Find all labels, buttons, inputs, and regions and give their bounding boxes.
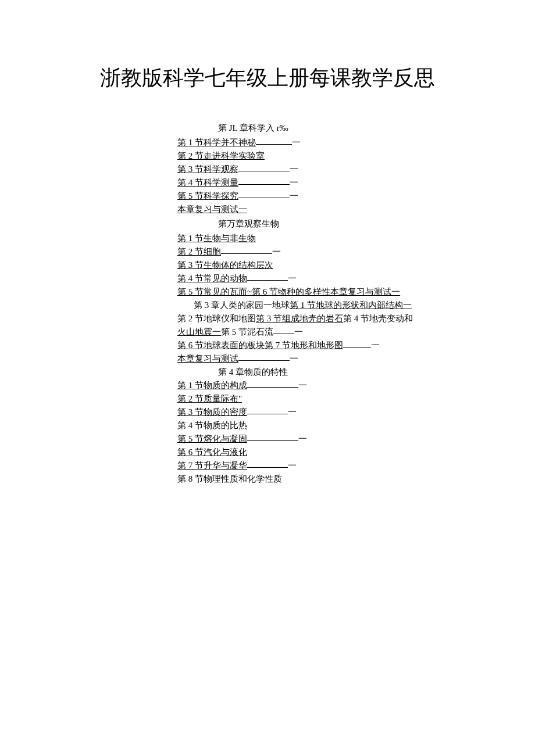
- dash: 一: [290, 354, 298, 363]
- leader-line: [247, 467, 288, 468]
- leader-line: [273, 334, 294, 334]
- leader-line: [238, 171, 290, 171]
- toc-link[interactable]: 第 6 节汽化与液化: [177, 447, 247, 457]
- toc-item: 第 5 节熔化与凝固一: [177, 432, 535, 446]
- toc-item: 第 2 节细胞一: [177, 245, 535, 259]
- toc-link[interactable]: 第 6 节地球表面的板块第 7 节地形和地形图: [177, 341, 343, 350]
- leader-line: [238, 184, 290, 185]
- toc-item: 第 4 节科学测量一: [177, 176, 535, 189]
- toc-item: 第 6 节地球表面的板块第 7 节地形和地形图一: [177, 339, 535, 352]
- toc-link[interactable]: 第 5 节常见的瓦而~第 6 节物种的多样性本章复习与测试一: [177, 287, 400, 296]
- toc-item: 第 3 节物质的密度一: [177, 406, 535, 419]
- toc-link[interactable]: 第 3 节组成地壳的岩石: [256, 314, 343, 323]
- toc-item: 第 5 节科学探究一: [177, 189, 535, 203]
- toc-item: 第 2 节质量际布": [177, 392, 535, 406]
- toc-text: 第 8 节物理性质和化学性质: [177, 474, 282, 483]
- toc-text: 第 4 节物质的比热: [177, 421, 247, 430]
- toc-link[interactable]: 第 1 节物质的构成: [177, 381, 247, 390]
- toc-item: 本章复习与测试一: [177, 203, 535, 216]
- chapter-2-header: 第万章观察生物: [218, 217, 535, 231]
- toc-link[interactable]: 第 2 节质量际布": [177, 394, 242, 403]
- page-title: 浙教版科学七年级上册每课教学反思: [0, 64, 535, 92]
- toc-link[interactable]: 第 2 节走进科学实验室: [177, 151, 265, 160]
- dash: 一: [290, 164, 298, 174]
- dash: 一: [288, 274, 297, 283]
- leader-line: [247, 414, 288, 414]
- toc-text: 第 5 节泥石流: [221, 327, 273, 336]
- leader-line: [247, 280, 288, 281]
- toc-link[interactable]: 本章复习与测试: [177, 354, 238, 363]
- dash: 一: [288, 461, 297, 470]
- toc-item: 火山地震一第 5 节泥石流一: [177, 325, 535, 339]
- toc-link[interactable]: 第 4 节科学测量: [177, 178, 238, 187]
- toc-item: 第 4 节常见的动物一: [177, 272, 535, 285]
- toc-link[interactable]: 第 5 节科学探究: [177, 191, 238, 200]
- leader-line: [256, 144, 292, 145]
- toc-link[interactable]: 第 5 节熔化与凝固: [177, 434, 247, 443]
- dash: 一: [290, 191, 298, 200]
- toc-text: 第 2 节地球仪和地图: [177, 314, 256, 323]
- toc-item: 第 3 节科学观察一: [177, 163, 535, 176]
- chapter-3-intro: 第 3 章人类的家园一地球: [194, 300, 290, 310]
- toc-link[interactable]: 第 1 节地球的形状和内部结构一: [290, 300, 412, 310]
- toc-link[interactable]: 第 3 节生物体的结构层次: [177, 260, 273, 270]
- dash: 一: [290, 178, 298, 187]
- toc-item: 本章复习与测试一: [177, 352, 535, 366]
- dash: 一: [272, 247, 281, 256]
- dash: 一: [292, 138, 301, 147]
- toc-link[interactable]: 第 2 节细胞: [177, 247, 221, 256]
- document-page: 浙教版科学七年级上册每课教学反思 第 JL 章科学入 r‰ 第 1 节科学并不神…: [0, 0, 535, 756]
- chapter-1-header: 第 JL 章科学入 r‰: [218, 121, 535, 135]
- toc-item: 第 2 节走进科学实验室: [177, 149, 535, 163]
- dash: 一: [294, 327, 303, 336]
- chapter-4-header: 第 4 章物质的特性: [218, 366, 535, 379]
- toc-link[interactable]: 第 3 节科学观察: [177, 164, 238, 174]
- leader-line: [238, 198, 290, 198]
- leader-line: [247, 387, 298, 388]
- dash: 一: [288, 407, 297, 417]
- toc-link[interactable]: 第 4 节常见的动物: [177, 274, 247, 283]
- leader-line: [247, 440, 298, 441]
- dash: 一: [371, 341, 380, 350]
- toc-item: 第 4 节物质的比热: [177, 419, 535, 432]
- toc-item: 第 3 节生物体的结构层次: [177, 259, 535, 272]
- dash: 一: [298, 434, 307, 443]
- toc-item: 第 1 节科学并不神秘一: [177, 136, 535, 149]
- dash: 一: [298, 381, 307, 390]
- toc-link[interactable]: 第 7 节升华与凝华: [177, 461, 247, 470]
- toc-link[interactable]: 第 1 节科学并不神秘: [177, 138, 256, 147]
- toc-text: 第 4 节地壳变动和: [343, 314, 413, 323]
- toc-item: 第 6 节汽化与液化: [177, 446, 535, 459]
- toc-item: 第 1 节生物与非生物: [177, 232, 535, 245]
- leader-line: [343, 347, 371, 347]
- toc-item: 第 8 节物理性质和化学性质: [177, 472, 535, 486]
- toc-link[interactable]: 第 3 节物质的密度: [177, 407, 247, 417]
- toc-item: 第 3 章人类的家园一地球第 1 节地球的形状和内部结构一: [194, 299, 535, 312]
- toc-item: 第 1 节物质的构成一: [177, 379, 535, 392]
- toc-link[interactable]: 火山地震一: [177, 327, 221, 336]
- toc-item: 第 2 节地球仪和地图第 3 节组成地壳的岩石第 4 节地壳变动和: [177, 312, 535, 325]
- toc-item: 第 7 节升华与凝华一: [177, 459, 535, 472]
- toc-link[interactable]: 第 1 节生物与非生物: [177, 234, 256, 243]
- table-of-contents: 第 JL 章科学入 r‰ 第 1 节科学并不神秘一 第 2 节走进科学实验室 第…: [177, 121, 535, 486]
- toc-item: 第 5 节常见的瓦而~第 6 节物种的多样性本章复习与测试一: [177, 285, 535, 299]
- leader-line: [221, 253, 272, 254]
- leader-line: [238, 360, 290, 361]
- toc-link[interactable]: 本章复习与测试一: [177, 205, 247, 214]
